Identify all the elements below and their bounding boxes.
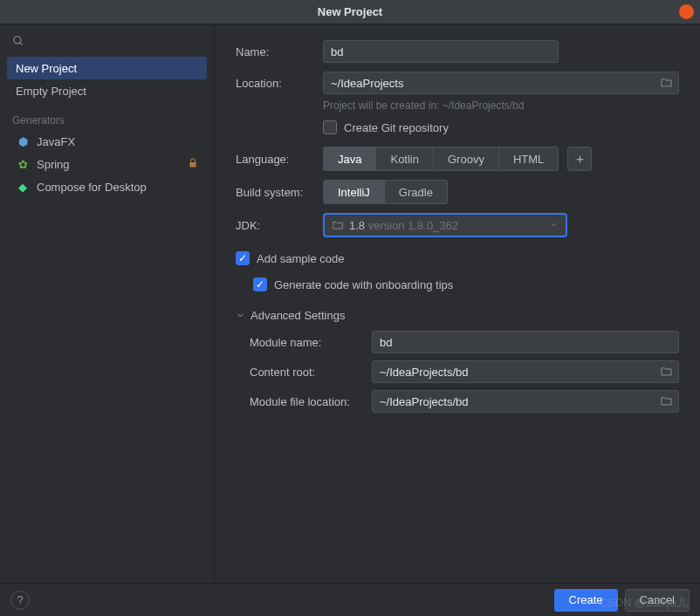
content-pane: Name: Location: Project will be created … <box>215 24 700 583</box>
footer: ? Create Cancel <box>0 583 700 616</box>
onboarding-label: Generate code with onboarding tips <box>274 278 453 291</box>
sidebar-item-new-project[interactable]: New Project <box>7 57 207 79</box>
sidebar-item-label: Compose for Desktop <box>37 181 147 194</box>
lock-icon <box>188 158 198 171</box>
name-input[interactable] <box>323 40 559 63</box>
sidebar-item-label: Spring <box>37 158 70 171</box>
sidebar-item-compose[interactable]: ◆ Compose for Desktop <box>7 175 207 198</box>
folder-icon <box>332 219 344 231</box>
sample-code-checkbox[interactable] <box>236 251 250 265</box>
create-button[interactable]: Create <box>554 589 618 612</box>
sidebar-item-javafx[interactable]: ⬢ JavaFX <box>7 130 207 153</box>
titlebar: New Project <box>0 0 700 24</box>
jdk-label: JDK: <box>236 219 323 232</box>
module-file-input[interactable] <box>372 390 679 413</box>
add-language-button[interactable]: ＋ <box>567 147 592 171</box>
language-java[interactable]: Java <box>323 147 376 171</box>
language-label: Language: <box>236 153 323 166</box>
help-button[interactable]: ? <box>10 591 30 610</box>
sidebar-item-label: Empty Project <box>16 85 86 98</box>
generators-header: Generators <box>0 102 214 130</box>
sidebar-item-label: JavaFX <box>37 135 75 148</box>
location-label: Location: <box>236 77 323 90</box>
build-group: IntelliJ Gradle <box>323 180 448 204</box>
svg-line-1 <box>20 43 23 45</box>
search-icon[interactable] <box>12 35 24 47</box>
advanced-settings-label: Advanced Settings <box>250 309 345 322</box>
svg-point-0 <box>14 37 21 44</box>
language-kotlin[interactable]: Kotlin <box>376 147 434 171</box>
jdk-dropdown[interactable]: 1.8 version 1.8.0_362 <box>323 213 567 237</box>
chevron-down-icon <box>549 219 559 232</box>
location-hint: Project will be created in: ~/IdeaProjec… <box>323 99 679 112</box>
content-root-input[interactable] <box>372 360 679 383</box>
build-gradle[interactable]: Gradle <box>385 180 448 204</box>
sample-code-label: Add sample code <box>257 252 344 265</box>
language-html[interactable]: HTML <box>499 147 559 171</box>
language-group: Java Kotlin Groovy HTML <box>323 147 559 171</box>
sidebar-item-spring[interactable]: ✿ Spring <box>7 153 207 175</box>
create-git-label: Create Git repository <box>344 121 449 134</box>
compose-icon: ◆ <box>16 181 30 194</box>
language-groovy[interactable]: Groovy <box>434 147 499 171</box>
javafx-icon: ⬢ <box>16 135 30 148</box>
create-git-checkbox[interactable] <box>323 120 337 134</box>
create-git-row[interactable]: Create Git repository <box>323 120 679 134</box>
module-name-label: Module name: <box>250 336 372 349</box>
advanced-settings-toggle[interactable]: Advanced Settings <box>236 309 679 322</box>
sidebar-item-label: New Project <box>16 62 77 75</box>
location-input[interactable] <box>323 72 679 94</box>
jdk-value: 1.8 version 1.8.0_362 <box>349 219 458 232</box>
content-root-label: Content root: <box>250 366 372 379</box>
spring-icon: ✿ <box>16 158 30 171</box>
close-icon[interactable] <box>679 4 694 19</box>
name-label: Name: <box>236 45 323 58</box>
build-label: Build system: <box>236 186 323 199</box>
build-intellij[interactable]: IntelliJ <box>323 180 385 204</box>
onboarding-checkbox[interactable] <box>253 277 267 291</box>
cancel-button[interactable]: Cancel <box>625 589 690 612</box>
window-title: New Project <box>318 5 382 18</box>
sidebar: New Project Empty Project Generators ⬢ J… <box>0 24 215 583</box>
module-name-input[interactable] <box>372 331 679 353</box>
module-file-label: Module file location: <box>250 395 372 408</box>
sample-code-row[interactable]: Add sample code <box>236 251 679 265</box>
onboarding-row[interactable]: Generate code with onboarding tips <box>253 277 679 291</box>
chevron-down-icon <box>236 311 245 320</box>
sidebar-item-empty-project[interactable]: Empty Project <box>7 79 207 102</box>
